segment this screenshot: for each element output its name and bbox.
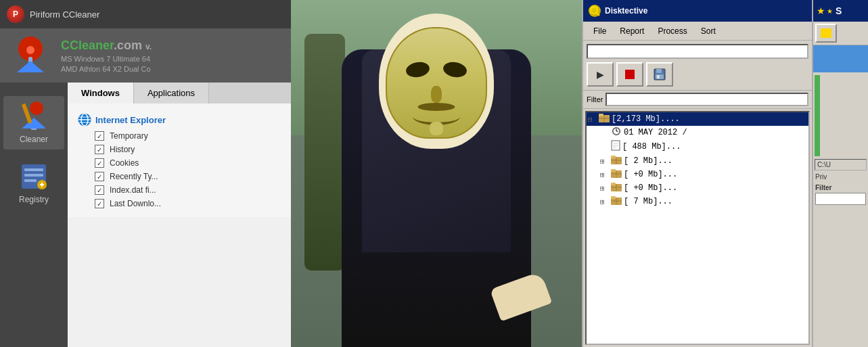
disktective-filter-bar: Filter (583, 91, 812, 109)
right-panel-toolbar (813, 22, 868, 45)
toolbar-buttons: ▶ (587, 62, 808, 87)
svg-rect-9 (24, 168, 43, 171)
right-panel-filter-label: Filter (815, 184, 866, 191)
ccleaner-title: Piriform CCleaner (30, 9, 99, 20)
ccleaner-window: P Piriform CCleaner CCleaner.com v. MS W… (0, 0, 291, 347)
ie-section-label: Internet Explorer (95, 115, 166, 125)
svg-rect-14 (41, 183, 43, 187)
tree-row-2[interactable]: [ 488 Mb]... (587, 139, 808, 154)
save-button[interactable] (646, 62, 673, 87)
page-icon (611, 140, 620, 151)
ie-section-header: Internet Explorer (78, 110, 281, 129)
right-panel-priv: Priv (813, 172, 868, 182)
magnifier-icon (589, 5, 601, 17)
masked-figure (291, 0, 582, 347)
svg-rect-27 (599, 114, 603, 116)
tree-row-4-text: [ +0 Mb]... (624, 170, 677, 179)
expand-3[interactable]: ⊞ (600, 157, 611, 166)
right-panel-path: C:\U (815, 159, 867, 170)
menu-sort[interactable]: Sort (694, 25, 723, 37)
check-temporary-label: Temporary (110, 131, 148, 141)
tree-row-6[interactable]: ⊞ [ 7 Mb]... (587, 195, 808, 208)
svg-marker-2 (17, 61, 44, 72)
check-last-download[interactable]: ✓ Last Downlo... (78, 197, 281, 210)
tree-left (304, 34, 345, 271)
right-panel-title-icon: ★ ★ S (817, 5, 842, 16)
checkbox-history[interactable]: ✓ (95, 145, 104, 154)
path-input[interactable] (587, 44, 808, 59)
checkbox-last-download[interactable]: ✓ (95, 199, 104, 208)
stop-button[interactable] (616, 62, 643, 87)
svg-rect-56 (826, 33, 831, 38)
svg-rect-46 (611, 183, 616, 185)
checkbox-temporary[interactable]: ✓ (95, 131, 104, 141)
svg-line-21 (597, 13, 599, 16)
image-panel (291, 0, 582, 347)
filter-input[interactable] (606, 93, 808, 106)
tab-windows[interactable]: Windows (68, 83, 134, 103)
folder-icon-3 (611, 155, 622, 167)
toolbar-btn-1[interactable] (815, 24, 837, 43)
check-last-download-label: Last Downlo... (110, 199, 161, 208)
guy-fawkes-mask (386, 27, 487, 139)
star-icon-small: ★ (827, 7, 833, 15)
svg-point-20 (591, 7, 597, 14)
ccleaner-brand: CCleaner.com v. (61, 39, 152, 53)
nav-cleaner[interactable]: Cleaner (3, 96, 64, 149)
check-index-dat[interactable]: ✓ Index.dat fi... (78, 183, 281, 197)
svg-rect-54 (826, 28, 831, 33)
tree-row-1-text: 01 MAY 2012 / (624, 128, 687, 137)
svg-rect-42 (611, 169, 616, 172)
ccleaner-header-info: CCleaner.com v. MS Windows 7 Ultimate 64… (61, 39, 152, 73)
mask-eye-left (405, 60, 430, 79)
tree-row-1[interactable]: 01 MAY 2012 / (587, 126, 808, 139)
folder-grid-icon-6 (611, 195, 622, 205)
green-bar (815, 75, 820, 156)
check-history[interactable]: ✓ History (78, 143, 281, 156)
expand-root[interactable]: ⊟ (588, 115, 599, 124)
tree-row-5[interactable]: ⊞ [ +0 Mb]... (587, 181, 808, 195)
check-recently-typed-label: Recently Ty... (110, 172, 158, 181)
checkbox-index-dat[interactable]: ✓ (95, 185, 104, 195)
menu-process[interactable]: Process (651, 25, 693, 37)
ccleaner-content: Windows Applications Internet Explorer (68, 83, 291, 347)
expand-5[interactable]: ⊞ (600, 184, 611, 193)
tree-row-6-text: [ 7 Mb]... (624, 197, 672, 206)
folder-icon-4 (611, 168, 622, 181)
svg-rect-53 (821, 28, 826, 33)
disktective-treelist[interactable]: ⊟ [2,173 Mb].... 01 MAY (585, 111, 810, 345)
mask-nose (431, 86, 442, 103)
registry-nav-icon (19, 162, 49, 191)
expand-4[interactable]: ⊞ (600, 170, 611, 179)
check-cookies[interactable]: ✓ Cookies (78, 156, 281, 170)
svg-rect-10 (24, 174, 43, 177)
ccleaner-logo: P (7, 5, 24, 23)
menu-report[interactable]: Report (613, 25, 651, 37)
svg-point-3 (26, 46, 35, 54)
tree-row-root-text: [2,173 Mb].... (612, 114, 680, 124)
right-panel-filter-input[interactable] (815, 193, 866, 205)
menu-file[interactable]: File (587, 25, 613, 37)
folder-icon-6 (611, 195, 622, 208)
check-temporary[interactable]: ✓ Temporary (78, 129, 281, 143)
check-recently-typed[interactable]: ✓ Recently Ty... (78, 170, 281, 183)
clock-icon-1 (611, 126, 622, 139)
tree-row-4[interactable]: ⊞ [ +0 Mb]... (587, 168, 808, 181)
filter-label: Filter (587, 95, 603, 103)
nav-registry[interactable]: Registry (3, 156, 64, 210)
play-button[interactable]: ▶ (587, 62, 614, 87)
svg-rect-25 (657, 75, 660, 78)
tab-applications[interactable]: Applications (134, 83, 209, 103)
tree-row-3[interactable]: ⊞ [ 2 Mb]... (587, 154, 808, 168)
expand-2 (600, 143, 611, 151)
folder-grid-icon-5 (611, 182, 622, 191)
tree-row-root[interactable]: ⊟ [2,173 Mb].... (587, 112, 808, 126)
expand-6[interactable]: ⊞ (600, 198, 611, 206)
svg-point-7 (30, 101, 43, 115)
cleaner-nav-icon (19, 101, 49, 131)
disktective-menubar: File Report Process Sort (583, 22, 812, 41)
checkbox-recently-typed[interactable]: ✓ (95, 172, 104, 181)
checkbox-cookies[interactable]: ✓ (95, 158, 104, 168)
disktective-window: Disktective File Report Process Sort ▶ (582, 0, 812, 347)
star-icon-large: ★ (817, 5, 825, 16)
